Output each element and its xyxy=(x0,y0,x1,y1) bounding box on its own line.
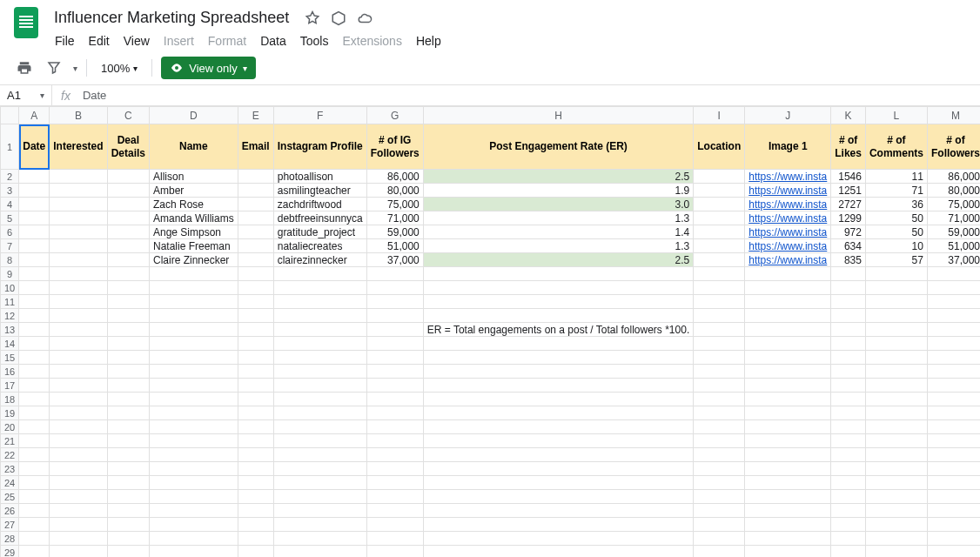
name-box[interactable]: A1▾ xyxy=(0,85,52,105)
row-header-23[interactable]: 23 xyxy=(1,462,19,476)
cell-followers[interactable]: 75,000 xyxy=(366,198,423,211)
row-header-16[interactable]: 16 xyxy=(1,365,19,379)
cell-image1[interactable]: https://www.insta xyxy=(745,253,831,267)
cell-likes[interactable]: 634 xyxy=(831,239,866,253)
header-cell-A[interactable]: Date xyxy=(19,124,50,170)
cell-likes[interactable]: 1251 xyxy=(831,184,866,198)
col-header-K[interactable]: K xyxy=(831,107,866,124)
cell-followers2[interactable]: 51,000 xyxy=(927,239,980,253)
row-header-9[interactable]: 9 xyxy=(1,267,19,281)
view-only-button[interactable]: View only ▾ xyxy=(161,57,255,79)
document-title[interactable]: Influencer Marketing Spreadsheet xyxy=(49,7,294,29)
cell-comments[interactable]: 36 xyxy=(865,198,927,211)
row-header-29[interactable]: 29 xyxy=(1,546,19,557)
col-header-J[interactable]: J xyxy=(745,107,831,124)
row-header-1[interactable]: 1 xyxy=(1,124,19,170)
cell-followers2[interactable]: 71,000 xyxy=(927,211,980,225)
filter-icon[interactable] xyxy=(44,57,64,78)
row-header-21[interactable]: 21 xyxy=(1,434,19,448)
header-cell-G[interactable]: # of IG Followers xyxy=(366,124,423,170)
row-header-6[interactable]: 6 xyxy=(1,225,19,239)
row-header-5[interactable]: 5 xyxy=(1,211,19,225)
col-header-G[interactable]: G xyxy=(366,107,423,124)
row-header-15[interactable]: 15 xyxy=(1,351,19,365)
row-header-28[interactable]: 28 xyxy=(1,532,19,546)
cell-image1[interactable]: https://www.insta xyxy=(745,239,831,253)
row-header-25[interactable]: 25 xyxy=(1,490,19,504)
cell-er[interactable]: 1.9 xyxy=(423,184,693,198)
row-header-8[interactable]: 8 xyxy=(1,253,19,267)
formula-bar[interactable]: Date xyxy=(79,85,980,105)
cell-likes[interactable]: 835 xyxy=(831,253,866,267)
cell-comments[interactable]: 10 xyxy=(865,239,927,253)
cell-followers[interactable]: 37,000 xyxy=(366,253,423,267)
header-cell-D[interactable]: Name xyxy=(149,124,238,170)
cell-followers2[interactable]: 75,000 xyxy=(927,198,980,211)
sheets-logo-icon[interactable] xyxy=(14,7,38,38)
header-cell-I[interactable]: Location xyxy=(694,124,745,170)
col-header-E[interactable]: E xyxy=(238,107,273,124)
cell-image1[interactable]: https://www.insta xyxy=(745,225,831,239)
cell-likes[interactable]: 1299 xyxy=(831,211,866,225)
col-header-B[interactable]: B xyxy=(50,107,107,124)
cell-profile[interactable]: debtfreeinsunnyca xyxy=(273,211,366,225)
header-cell-F[interactable]: Instagram Profile xyxy=(273,124,366,170)
menu-extensions[interactable]: Extensions xyxy=(336,30,407,51)
menu-view[interactable]: View xyxy=(117,30,156,51)
row-header-11[interactable]: 11 xyxy=(1,295,19,309)
cell-likes[interactable]: 2727 xyxy=(831,198,866,211)
row-header-24[interactable]: 24 xyxy=(1,476,19,490)
cell-comments[interactable]: 71 xyxy=(865,184,927,198)
row-header-26[interactable]: 26 xyxy=(1,504,19,518)
cell-er[interactable]: 1.3 xyxy=(423,239,693,253)
cell-followers2[interactable]: 80,000 xyxy=(927,184,980,198)
cell-comments[interactable]: 50 xyxy=(865,211,927,225)
cell-name[interactable]: Zach Rose xyxy=(149,198,238,211)
cell-name[interactable]: Allison xyxy=(149,170,238,184)
cell-er[interactable]: 2.5 xyxy=(423,253,693,267)
menu-file[interactable]: File xyxy=(49,30,81,51)
row-header-2[interactable]: 2 xyxy=(1,170,19,184)
cell-image1[interactable]: https://www.insta xyxy=(745,184,831,198)
header-cell-L[interactable]: # of Comments xyxy=(865,124,927,170)
row-header-19[interactable]: 19 xyxy=(1,406,19,420)
cell-followers[interactable]: 71,000 xyxy=(366,211,423,225)
cell-name[interactable]: Ange Simpson xyxy=(149,225,238,239)
cell-comments[interactable]: 50 xyxy=(865,225,927,239)
menu-insert[interactable]: Insert xyxy=(158,30,200,51)
cell-profile[interactable]: gratitude_project xyxy=(273,225,366,239)
cell-name[interactable]: Claire Zinnecker xyxy=(149,253,238,267)
filter-dropdown-icon[interactable]: ▾ xyxy=(73,64,77,73)
cell-er[interactable]: 3.0 xyxy=(423,198,693,211)
col-header-I[interactable]: I xyxy=(694,107,745,124)
col-header-H[interactable]: H xyxy=(423,107,693,124)
row-header-27[interactable]: 27 xyxy=(1,518,19,532)
col-header-D[interactable]: D xyxy=(149,107,238,124)
spreadsheet-grid[interactable]: ABCDEFGHIJKLMNO1DateInterestedDeal Detai… xyxy=(0,106,980,557)
menu-edit[interactable]: Edit xyxy=(83,30,116,51)
row-header-18[interactable]: 18 xyxy=(1,393,19,406)
cell-followers2[interactable]: 59,000 xyxy=(927,225,980,239)
header-cell-E[interactable]: Email xyxy=(238,124,273,170)
cell-image1[interactable]: https://www.insta xyxy=(745,198,831,211)
col-header-C[interactable]: C xyxy=(107,107,149,124)
menu-data[interactable]: Data xyxy=(254,30,292,51)
row-header-4[interactable]: 4 xyxy=(1,198,19,211)
cell-image1[interactable]: https://www.insta xyxy=(745,170,831,184)
cell-profile[interactable]: asmilingteacher xyxy=(273,184,366,198)
cell-profile[interactable]: nataliecreates xyxy=(273,239,366,253)
cloud-icon[interactable] xyxy=(357,10,373,26)
cell-profile[interactable]: photoallison xyxy=(273,170,366,184)
cell-name[interactable]: Amanda Williams xyxy=(149,211,238,225)
cell-likes[interactable]: 972 xyxy=(831,225,866,239)
row-header-12[interactable]: 12 xyxy=(1,309,19,323)
col-header-F[interactable]: F xyxy=(273,107,366,124)
cell-followers2[interactable]: 86,000 xyxy=(927,170,980,184)
header-cell-J[interactable]: Image 1 xyxy=(745,124,831,170)
col-header-L[interactable]: L xyxy=(865,107,927,124)
row-header-7[interactable]: 7 xyxy=(1,239,19,253)
zoom-select[interactable]: 100%▾ xyxy=(96,58,143,78)
cell-profile[interactable]: zachdriftwood xyxy=(273,198,366,211)
cell-er[interactable]: 1.3 xyxy=(423,211,693,225)
col-header-M[interactable]: M xyxy=(927,107,980,124)
